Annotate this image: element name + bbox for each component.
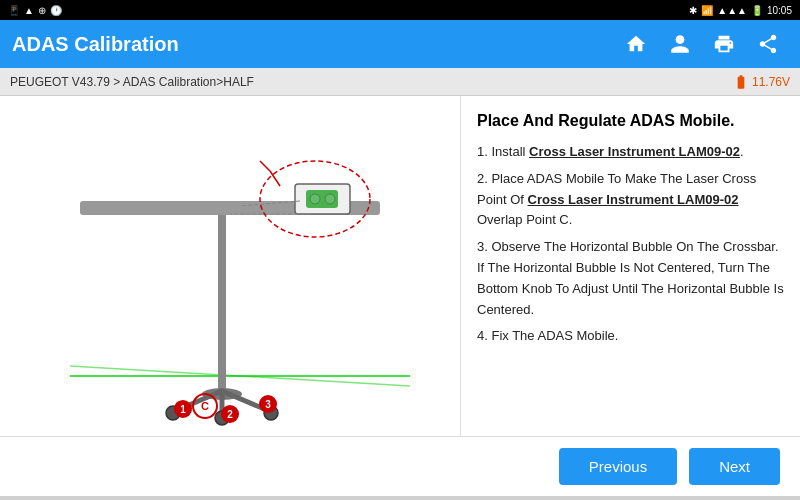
svg-rect-3 (218, 206, 226, 396)
status-icon-1: 📱 (8, 5, 20, 16)
home-button[interactable] (616, 24, 656, 64)
status-bar-right: ✱ 📶 ▲▲▲ 🔋 10:05 (689, 5, 792, 16)
next-button[interactable]: Next (689, 448, 780, 485)
main-content: 1 2 3 C Place And Regulate ADAS Mobile. … (0, 96, 800, 436)
instructions-panel: Place And Regulate ADAS Mobile. 1. Insta… (460, 96, 800, 436)
user-button[interactable] (660, 24, 700, 64)
svg-rect-0 (20, 106, 440, 426)
status-bar-left: 📱 ▲ ⊕ 🕐 (8, 5, 62, 16)
print-button[interactable] (704, 24, 744, 64)
clock-icon: 🕐 (50, 5, 62, 16)
wifi-icon: 📶 (701, 5, 713, 16)
svg-text:C: C (201, 400, 209, 412)
status-icon-2: ▲ (24, 5, 34, 16)
bluetooth-icon: ✱ (689, 5, 697, 16)
svg-point-8 (325, 194, 335, 204)
battery-voltage: 11.76V (752, 75, 790, 89)
diagram-panel: 1 2 3 C (0, 96, 460, 436)
instructions-body: 1. Install Cross Laser Instrument LAM09-… (477, 142, 784, 347)
header-icon-group (616, 24, 788, 64)
status-icon-3: ⊕ (38, 5, 46, 16)
header: ADAS Calibration (0, 20, 800, 68)
battery-icon: 🔋 (751, 5, 763, 16)
svg-text:2: 2 (227, 409, 233, 420)
previous-button[interactable]: Previous (559, 448, 677, 485)
breadcrumb: PEUGEOT V43.79 > ADAS Calibration>HALF (10, 75, 254, 89)
time-display: 10:05 (767, 5, 792, 16)
svg-text:1: 1 (180, 404, 186, 415)
breadcrumb-bar: PEUGEOT V43.79 > ADAS Calibration>HALF 1… (0, 68, 800, 96)
app-title: ADAS Calibration (12, 33, 179, 56)
export-button[interactable] (748, 24, 788, 64)
adas-diagram-svg: 1 2 3 C (20, 106, 440, 426)
battery-info: 11.76V (733, 74, 790, 90)
navigation-bar: Previous Next (0, 436, 800, 496)
footer-info: Peugeot BOXER3_Euro5/ BOXER3_Euro6 VIN V… (0, 496, 800, 500)
svg-point-7 (310, 194, 320, 204)
svg-text:3: 3 (265, 399, 271, 410)
instructions-title: Place And Regulate ADAS Mobile. (477, 112, 784, 130)
signal-icon: ▲▲▲ (717, 5, 747, 16)
status-bar: 📱 ▲ ⊕ 🕐 ✱ 📶 ▲▲▲ 🔋 10:05 (0, 0, 800, 20)
